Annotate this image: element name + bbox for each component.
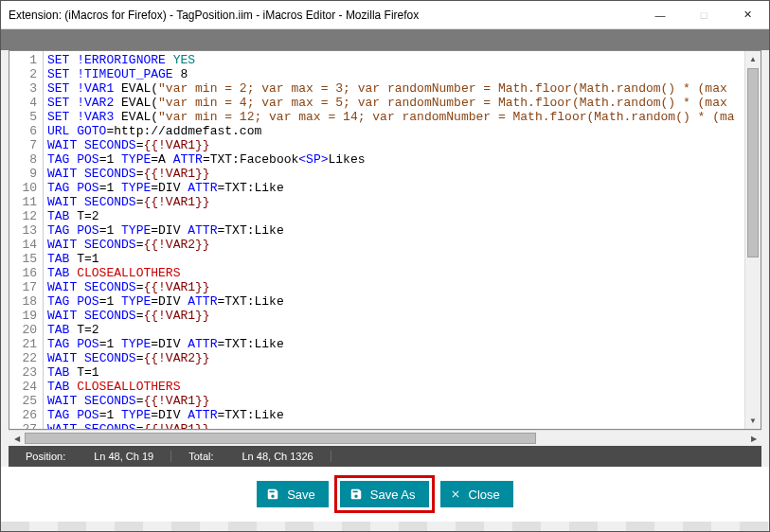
toolbar-strip: [1, 29, 769, 50]
window-title: Extension: (iMacros for Firefox) - TagPo…: [9, 9, 638, 22]
line-number-gutter: 1234567891011121314151617181920212223242…: [9, 51, 44, 429]
code-content[interactable]: SET !ERRORIGNORE YESSET !TIMEOUT_PAGE 8S…: [44, 51, 744, 429]
code-line[interactable]: WAIT SECONDS={{!VAR1}}: [47, 167, 744, 181]
code-line[interactable]: TAG POS=1 TYPE=DIV ATTR=TXT:Like: [47, 223, 744, 238]
code-line[interactable]: WAIT SECONDS={{!VAR1}}: [47, 195, 744, 209]
line-number: 24: [9, 380, 37, 394]
code-line[interactable]: TAG POS=1 TYPE=DIV ATTR=TXT:Like: [47, 337, 744, 351]
window-titlebar: Extension: (iMacros for Firefox) - TagPo…: [1, 1, 769, 29]
line-number: 26: [9, 408, 37, 422]
line-number: 5: [9, 110, 37, 124]
code-line[interactable]: TAB CLOSEALLOTHERS: [47, 380, 744, 394]
code-line[interactable]: SET !VAR2 EVAL("var min = 4; var max = 5…: [47, 96, 744, 110]
line-number: 11: [9, 195, 37, 209]
scroll-up-arrow-icon[interactable]: ▲: [745, 51, 761, 67]
scroll-left-arrow-icon[interactable]: ◀: [9, 431, 25, 447]
line-number: 8: [9, 152, 37, 167]
line-number: 20: [9, 323, 37, 337]
line-number: 1: [9, 53, 37, 67]
code-line[interactable]: WAIT SECONDS={{!VAR1}}: [47, 422, 744, 429]
code-line[interactable]: WAIT SECONDS={{!VAR1}}: [47, 138, 744, 152]
line-number: 27: [9, 422, 37, 429]
code-line[interactable]: TAB CLOSEALLOTHERS: [47, 266, 744, 280]
code-line[interactable]: TAB T=1: [47, 252, 744, 266]
code-line[interactable]: WAIT SECONDS={{!VAR1}}: [47, 280, 744, 294]
status-bar: Position: Ln 48, Ch 19 Total: Ln 48, Ch …: [9, 446, 761, 467]
maximize-button[interactable]: □: [682, 1, 725, 29]
line-number: 2: [9, 67, 37, 81]
line-number: 9: [9, 167, 37, 181]
close-window-button[interactable]: ✕: [725, 1, 769, 29]
code-line[interactable]: SET !TIMEOUT_PAGE 8: [47, 67, 744, 81]
save-icon: [349, 488, 363, 501]
code-line[interactable]: URL GOTO=http://addmefast.com: [47, 124, 744, 138]
line-number: 10: [9, 181, 37, 195]
code-line[interactable]: SET !ERRORIGNORE YES: [47, 53, 744, 67]
code-line[interactable]: TAG POS=1 TYPE=A ATTR=TXT:Facebook<SP>Li…: [47, 152, 744, 167]
line-number: 17: [9, 280, 37, 294]
code-line[interactable]: TAG POS=1 TYPE=DIV ATTR=TXT:Like: [47, 181, 744, 195]
scroll-right-arrow-icon[interactable]: ▶: [745, 431, 761, 447]
save-button-label: Save: [287, 488, 315, 502]
action-button-bar: Save Save As Close: [1, 467, 769, 522]
horizontal-scrollbar[interactable]: ◀ ▶: [9, 430, 761, 446]
code-line[interactable]: SET !VAR3 EVAL("var min = 12; var max = …: [47, 110, 744, 124]
code-line[interactable]: WAIT SECONDS={{!VAR1}}: [47, 309, 744, 323]
line-number: 23: [9, 365, 37, 380]
close-button-label: Close: [469, 488, 500, 502]
total-value: Ln 48, Ch 1326: [242, 451, 313, 462]
line-number: 14: [9, 238, 37, 252]
minimize-button[interactable]: —: [638, 1, 682, 29]
save-as-button-label: Save As: [370, 488, 416, 502]
code-line[interactable]: TAB T=2: [47, 209, 744, 223]
code-line[interactable]: WAIT SECONDS={{!VAR2}}: [47, 238, 744, 252]
line-number: 21: [9, 337, 37, 351]
window-controls: — □ ✕: [638, 1, 769, 29]
scroll-down-arrow-icon[interactable]: ▼: [745, 413, 761, 429]
background-peek: [1, 522, 769, 531]
line-number: 25: [9, 394, 37, 408]
line-number: 13: [9, 223, 37, 238]
line-number: 3: [9, 81, 37, 96]
line-number: 6: [9, 124, 37, 138]
horizontal-scroll-thumb[interactable]: [25, 433, 536, 444]
close-icon: [450, 488, 461, 500]
vertical-scrollbar[interactable]: ▲ ▼: [744, 51, 761, 429]
position-label: Position:: [26, 451, 65, 462]
code-line[interactable]: WAIT SECONDS={{!VAR1}}: [47, 394, 744, 408]
vertical-scroll-thumb[interactable]: [747, 68, 759, 257]
highlight-box: Save As: [334, 475, 435, 513]
line-number: 19: [9, 309, 37, 323]
line-number: 15: [9, 252, 37, 266]
line-number: 7: [9, 138, 37, 152]
code-line[interactable]: WAIT SECONDS={{!VAR2}}: [47, 351, 744, 365]
save-icon: [266, 488, 279, 501]
line-number: 16: [9, 266, 37, 280]
close-button[interactable]: Close: [440, 481, 513, 507]
code-line[interactable]: TAG POS=1 TYPE=DIV ATTR=TXT:Like: [47, 294, 744, 309]
line-number: 22: [9, 351, 37, 365]
position-value: Ln 48, Ch 19: [94, 451, 153, 462]
code-line[interactable]: SET !VAR1 EVAL("var min = 2; var max = 3…: [47, 81, 744, 96]
save-as-button[interactable]: Save As: [340, 481, 429, 507]
code-line[interactable]: TAB T=1: [47, 365, 744, 380]
line-number: 18: [9, 294, 37, 309]
line-number: 12: [9, 209, 37, 223]
code-editor[interactable]: 1234567891011121314151617181920212223242…: [9, 50, 761, 430]
save-button[interactable]: Save: [257, 481, 329, 507]
line-number: 4: [9, 96, 37, 110]
total-label: Total:: [188, 451, 213, 462]
code-line[interactable]: TAB T=2: [47, 323, 744, 337]
code-line[interactable]: TAG POS=1 TYPE=DIV ATTR=TXT:Like: [47, 408, 744, 422]
